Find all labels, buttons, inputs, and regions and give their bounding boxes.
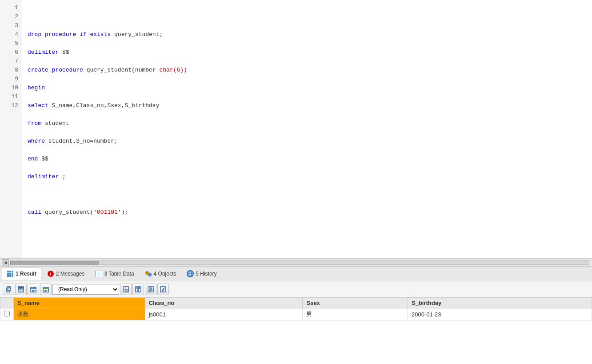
- result-area[interactable]: S_name Class_no Ssex S_birthday 张毅 js000…: [0, 297, 592, 364]
- svg-line-55: [164, 288, 165, 288]
- svg-point-50: [150, 287, 151, 288]
- cell-s_name: 张毅: [14, 308, 145, 320]
- cell-ssex: 男: [303, 308, 408, 320]
- code-editor[interactable]: drop procedure if exists query_student; …: [22, 0, 592, 258]
- info-icon: i: [47, 270, 54, 277]
- history-icon: [187, 270, 194, 277]
- col-header-class_no: Class_no: [145, 298, 303, 308]
- svg-rect-23: [8, 289, 9, 289]
- svg-rect-45: [137, 289, 139, 292]
- table-data-icon: [95, 270, 102, 277]
- toolbar-btn-8[interactable]: [157, 284, 169, 295]
- bottom-panel: 1 Result i 2 Messages: [0, 266, 592, 364]
- table-row: 张毅 js0001 男 2000-01-23: [0, 308, 592, 320]
- tab-tabledata-label: 3 Table Data: [104, 271, 134, 277]
- svg-rect-44: [136, 287, 140, 289]
- tab-messages[interactable]: i 2 Messages: [42, 268, 90, 280]
- tabs-bar: 1 Result i 2 Messages: [0, 266, 592, 281]
- col-header-ssex: Ssex: [303, 298, 408, 308]
- tab-history-label: 5 History: [196, 271, 216, 277]
- svg-rect-22: [8, 288, 10, 288]
- tab-objects-label: 4 Objects: [154, 271, 176, 277]
- toolbar-btn-6[interactable]: [132, 284, 144, 295]
- scroll-thumb[interactable]: [10, 261, 99, 264]
- svg-rect-21: [8, 287, 10, 288]
- svg-rect-4: [9, 273, 11, 275]
- tab-messages-label: 2 Messages: [56, 271, 85, 277]
- toolbar-btn-7[interactable]: [145, 284, 156, 295]
- result-table: S_name Class_no Ssex S_birthday 张毅 js000…: [0, 297, 592, 320]
- scroll-left-button[interactable]: ◀: [2, 259, 9, 266]
- tab-tabledata[interactable]: 3 Table Data: [90, 268, 139, 280]
- result-toolbar: (Read Only): [0, 281, 592, 297]
- tab-result-label: 1 Result: [16, 271, 36, 277]
- tab-history[interactable]: 5 History: [182, 268, 221, 280]
- cell-s_birthday: 2000-01-23: [408, 308, 592, 320]
- svg-rect-6: [7, 275, 9, 277]
- svg-rect-5: [12, 273, 13, 275]
- svg-rect-2: [12, 271, 13, 272]
- main-container: 1 2 3 4 5 6 7 8 9 10 11 12 drop procedur…: [0, 0, 592, 364]
- toolbar-btn-4[interactable]: [40, 284, 52, 295]
- editor-area: 1 2 3 4 5 6 7 8 9 10 11 12 drop procedur…: [0, 0, 592, 258]
- svg-rect-0: [7, 271, 9, 272]
- svg-rect-25: [18, 287, 24, 288]
- tab-objects[interactable]: 4 Objects: [140, 268, 181, 280]
- checkbox-col-header: [0, 298, 14, 308]
- objects-icon: [145, 270, 152, 277]
- cell-class_no: js0001: [145, 308, 303, 320]
- toolbar-btn-3[interactable]: [28, 284, 39, 295]
- svg-rect-11: [99, 271, 102, 274]
- horizontal-scrollbar[interactable]: ◀: [0, 258, 592, 266]
- svg-rect-1: [9, 271, 11, 272]
- svg-point-52: [149, 290, 151, 291]
- tab-result[interactable]: 1 Result: [2, 268, 41, 280]
- svg-marker-54: [162, 288, 164, 292]
- svg-point-51: [151, 288, 152, 290]
- svg-point-15: [148, 273, 152, 276]
- line-numbers: 1 2 3 4 5 6 7 8 9 10 11 12: [0, 0, 22, 258]
- svg-rect-7: [9, 275, 11, 277]
- readonly-select[interactable]: (Read Only): [52, 284, 119, 295]
- toolbar-btn-2[interactable]: [15, 284, 27, 295]
- toolbar-btn-5[interactable]: [120, 284, 132, 295]
- col-header-s_name: S_name: [14, 298, 145, 308]
- svg-rect-12: [96, 274, 99, 277]
- svg-rect-10: [96, 271, 99, 274]
- toolbar-btn-1[interactable]: [3, 284, 14, 295]
- svg-rect-13: [99, 274, 102, 277]
- row-checkbox-input[interactable]: [4, 311, 10, 316]
- svg-rect-8: [12, 275, 13, 277]
- scroll-track[interactable]: [10, 260, 589, 265]
- col-header-s_birthday: S_birthday: [408, 298, 592, 308]
- grid-icon: [7, 270, 14, 277]
- row-checkbox[interactable]: [0, 308, 14, 320]
- svg-rect-42: [126, 290, 128, 292]
- svg-rect-3: [7, 273, 9, 275]
